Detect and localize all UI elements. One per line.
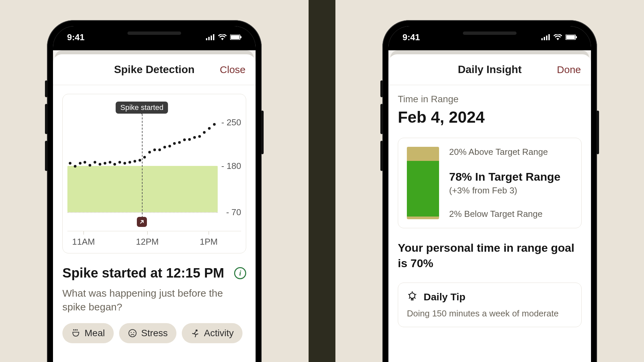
- status-time: 9:41: [67, 32, 85, 43]
- cause-chips: Meal Stress Activity: [62, 323, 246, 343]
- sheet-title: Spike Detection: [114, 63, 195, 76]
- left-panel: 9:41 Spike Detection Close: [0, 0, 309, 362]
- x-axis: 11AM 12PM 1PM: [67, 231, 241, 247]
- svg-rect-3: [213, 34, 214, 40]
- tir-bar-below: [407, 217, 439, 219]
- close-button[interactable]: Close: [220, 64, 246, 75]
- time-in-range-bar: [407, 147, 439, 219]
- tir-bar-in: [407, 161, 439, 216]
- svg-rect-11: [541, 38, 543, 40]
- chip-meal-label: Meal: [85, 328, 105, 339]
- wifi-icon: [218, 34, 227, 40]
- glucose-chart[interactable]: - 250 - 180 - 70 Spike started: [67, 99, 241, 230]
- svg-rect-6: [240, 36, 241, 38]
- svg-point-18: [410, 293, 415, 298]
- svg-rect-16: [566, 35, 575, 39]
- activity-icon: [191, 328, 200, 338]
- spike-detection-sheet: Spike Detection Close - 250 - 180 - 70 S…: [53, 54, 256, 362]
- tir-bar-above: [407, 147, 439, 161]
- chip-stress[interactable]: Stress: [119, 323, 176, 343]
- daily-tip-title: Daily Tip: [424, 291, 465, 303]
- svg-rect-5: [231, 35, 239, 39]
- x-tick-11am: 11AM: [72, 237, 95, 247]
- time-in-range-card: 20% Above Target Range 78% In Target Ran…: [398, 138, 582, 228]
- tir-above-text: 20% Above Target Range: [449, 147, 573, 157]
- phone-screen-left: 9:41 Spike Detection Close: [53, 26, 256, 362]
- tir-delta-text: (+3% from Feb 3): [449, 185, 573, 196]
- glucose-chart-card: - 250 - 180 - 70 Spike started 11AM: [62, 94, 246, 253]
- svg-rect-12: [544, 37, 545, 40]
- glucose-data-points: [67, 99, 241, 230]
- svg-rect-0: [206, 38, 207, 40]
- tir-in-text: 78% In Target Range: [449, 170, 573, 183]
- chip-meal[interactable]: Meal: [62, 323, 114, 343]
- right-panel: 9:41 Daily Insight Done: [335, 0, 644, 362]
- lightbulb-icon: [407, 291, 418, 303]
- goal-text: Your personal time in range goal is 70%: [398, 240, 582, 271]
- chip-stress-label: Stress: [141, 328, 168, 339]
- daily-tip-body: Doing 150 minutes a week of moderate: [407, 308, 573, 319]
- battery-icon: [566, 35, 577, 40]
- svg-point-8: [130, 332, 131, 333]
- x-tick-1pm: 1PM: [200, 237, 218, 247]
- svg-rect-2: [211, 36, 212, 40]
- cellular-signal-icon: [541, 34, 550, 40]
- daily-tip-card: Daily Tip Doing 150 minutes a week of mo…: [398, 283, 582, 327]
- daily-insight-sheet: Daily Insight Done Time in Range Feb 4, …: [388, 54, 591, 362]
- svg-point-7: [129, 329, 136, 337]
- info-icon[interactable]: i: [234, 267, 246, 279]
- spike-heading: Spike started at 12:15 PM: [62, 265, 224, 281]
- svg-point-10: [196, 329, 198, 331]
- sheet-header: Spike Detection Close: [53, 54, 256, 85]
- svg-rect-13: [546, 36, 547, 40]
- tir-below-text: 2% Below Target Range: [449, 209, 573, 219]
- phone-screen-right: 9:41 Daily Insight Done: [388, 26, 591, 362]
- time-in-range-label: Time in Range: [398, 94, 582, 105]
- sheet-title: Daily Insight: [458, 63, 522, 76]
- phone-frame-left: 9:41 Spike Detection Close: [47, 20, 262, 362]
- status-bar: 9:41: [388, 26, 591, 50]
- stress-icon: [128, 328, 137, 338]
- chip-activity[interactable]: Activity: [182, 323, 243, 343]
- status-bar: 9:41: [53, 26, 256, 50]
- status-time: 9:41: [402, 32, 420, 43]
- sheet-header: Daily Insight Done: [388, 54, 591, 85]
- insight-date: Feb 4, 2024: [398, 108, 582, 126]
- meal-icon: [71, 328, 80, 338]
- svg-rect-1: [208, 37, 210, 40]
- svg-point-9: [133, 332, 134, 333]
- cellular-signal-icon: [206, 34, 215, 40]
- svg-rect-17: [576, 36, 577, 38]
- phone-frame-right: 9:41 Daily Insight Done: [382, 20, 597, 362]
- chip-activity-label: Activity: [204, 328, 234, 339]
- x-tick-12pm: 12PM: [136, 237, 159, 247]
- spike-question: What was happening just before the spike…: [62, 287, 246, 314]
- battery-icon: [230, 35, 241, 40]
- svg-rect-14: [548, 34, 550, 40]
- done-button[interactable]: Done: [557, 64, 581, 75]
- wifi-icon: [553, 34, 562, 40]
